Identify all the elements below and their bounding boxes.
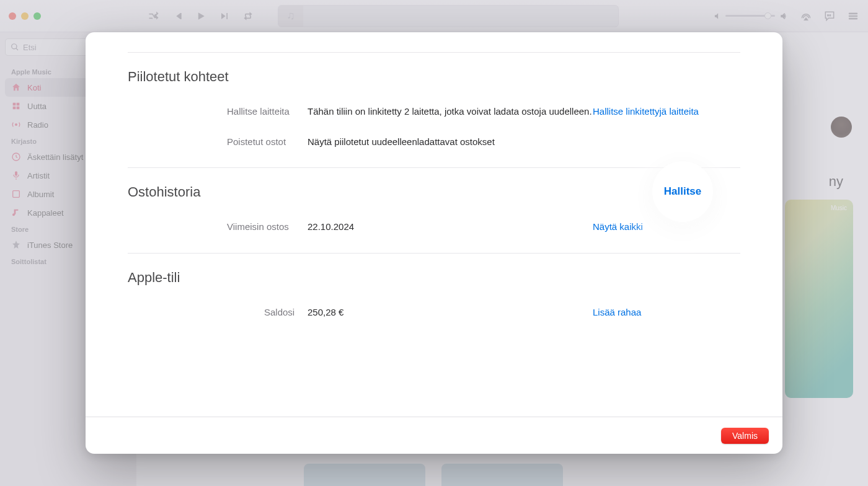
label-removed-purchases: Poistetut ostot	[128, 135, 308, 149]
row-balance: Saldosi 250,28 € Lisää rahaa	[128, 306, 740, 320]
section-title-account: Apple-tili	[128, 270, 740, 286]
link-manage-linked-devices[interactable]: Hallitse linkitettyjä laitteita	[593, 106, 699, 117]
label-balance: Saldosi	[128, 306, 308, 320]
row-removed-purchases: Poistetut ostot Näytä piilotetut uudeell…	[128, 135, 740, 149]
value-balance: 250,28 €	[308, 306, 593, 320]
label-manage-devices: Hallitse laitteita	[128, 105, 308, 119]
modal-footer: Valmis	[86, 417, 782, 454]
link-manage-hidden[interactable]: Hallitse	[664, 185, 701, 198]
row-last-purchase: Viimeisin ostos 22.10.2024 Näytä kaikki	[128, 220, 740, 234]
section-apple-account: Apple-tili Saldosi 250,28 € Lisää rahaa	[128, 254, 740, 320]
section-title-hidden: Piilotetut kohteet	[128, 69, 740, 85]
value-last-purchase: 22.10.2024	[308, 220, 593, 234]
section-title-history: Ostohistoria	[128, 184, 740, 200]
link-show-all[interactable]: Näytä kaikki	[593, 221, 643, 232]
row-manage-devices: Hallitse laitteita Tähän tiliin on linki…	[128, 105, 740, 119]
label-last-purchase: Viimeisin ostos	[128, 220, 308, 234]
value-removed-purchases: Näytä piilotetut uudeelleenladattavat os…	[308, 135, 593, 149]
section-purchase-history: Ostohistoria Viimeisin ostos 22.10.2024 …	[128, 168, 740, 253]
link-add-funds[interactable]: Lisää rahaa	[593, 307, 641, 317]
value-manage-devices: Tähän tiliin on linkitetty 2 laitetta, j…	[308, 105, 593, 119]
done-button[interactable]: Valmis	[721, 428, 769, 444]
section-hidden-items: Piilotetut kohteet Hallitse laitteita Tä…	[128, 53, 740, 167]
account-settings-modal: Piilotetut kohteet Hallitse laitteita Tä…	[86, 32, 782, 454]
